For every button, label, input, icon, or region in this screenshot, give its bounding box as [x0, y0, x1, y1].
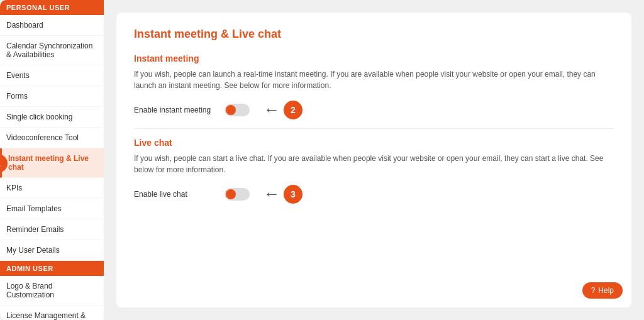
app-container: PERSONAL USER Dashboard Calendar Synchro…: [0, 0, 644, 320]
page-title: Instant meeting & Live chat: [134, 28, 614, 41]
sidebar-item-license-mgmt[interactable]: License Management & Administrator Detai…: [0, 306, 104, 320]
help-label: Help: [598, 286, 614, 295]
annotation-2: ← 2: [264, 100, 303, 119]
sidebar: PERSONAL USER Dashboard Calendar Synchro…: [0, 0, 104, 320]
arrow-left-icon-3: ←: [264, 184, 280, 204]
instant-meeting-title: Instant meeting: [134, 53, 614, 63]
help-icon: ?: [591, 286, 596, 295]
sidebar-item-instant-meeting-row: Instant meeting & Live chat ← 1: [0, 148, 104, 178]
help-button[interactable]: ? Help: [582, 282, 623, 299]
live-chat-toggle[interactable]: [225, 188, 250, 201]
badge-2: 2: [284, 101, 303, 119]
live-chat-desc: If you wish, people can start a live cha…: [134, 153, 614, 175]
sidebar-item-calendar[interactable]: Calendar Synchronization & Availabilitie…: [0, 36, 104, 65]
section-divider: [134, 128, 614, 129]
sidebar-item-instant-meeting[interactable]: Instant meeting & Live chat: [0, 148, 104, 178]
toggle-thumb-instant: [226, 105, 236, 115]
toggle-thumb-live-chat: [226, 189, 236, 199]
sidebar-item-forms[interactable]: Forms: [0, 86, 104, 107]
instant-meeting-section: Instant meeting If you wish, people can …: [134, 53, 614, 119]
live-chat-toggle-row: Enable live chat ← 3: [134, 184, 614, 204]
sidebar-item-logo-brand[interactable]: Logo & Brand Customization: [0, 276, 104, 306]
sidebar-item-user-details[interactable]: My User Details: [0, 240, 104, 261]
sidebar-annotation-1: ← 1: [0, 153, 8, 173]
sidebar-item-kpis[interactable]: KPIs: [0, 178, 104, 199]
annotation-3: ← 3: [264, 184, 303, 204]
content-card: Instant meeting & Live chat Instant meet…: [116, 13, 631, 307]
badge-1: 1: [0, 154, 8, 173]
live-chat-section: Live chat If you wish, people can start …: [134, 138, 614, 204]
instant-meeting-desc: If you wish, people can launch a real-ti…: [134, 69, 614, 91]
admin-user-header: ADMIN USER: [0, 261, 104, 276]
main-content: Instant meeting & Live chat Instant meet…: [104, 0, 644, 320]
instant-meeting-toggle-label: Enable instant meeting: [134, 106, 216, 114]
personal-user-header: PERSONAL USER: [0, 0, 104, 15]
sidebar-item-events[interactable]: Events: [0, 65, 104, 86]
live-chat-title: Live chat: [134, 138, 614, 148]
sidebar-item-reminder-emails[interactable]: Reminder Emails: [0, 219, 104, 240]
instant-meeting-toggle-row: Enable instant meeting ← 2: [134, 100, 614, 119]
sidebar-item-dashboard[interactable]: Dashboard: [0, 15, 104, 36]
live-chat-toggle-label: Enable live chat: [134, 190, 216, 199]
badge-3: 3: [284, 185, 303, 204]
arrow-left-icon-2: ←: [264, 100, 280, 119]
instant-meeting-toggle[interactable]: [225, 104, 250, 116]
sidebar-item-email-templates[interactable]: Email Templates: [0, 199, 104, 219]
sidebar-item-single-click-booking[interactable]: Single click booking: [0, 107, 104, 128]
sidebar-item-videoconference[interactable]: Videoconference Tool: [0, 128, 104, 148]
